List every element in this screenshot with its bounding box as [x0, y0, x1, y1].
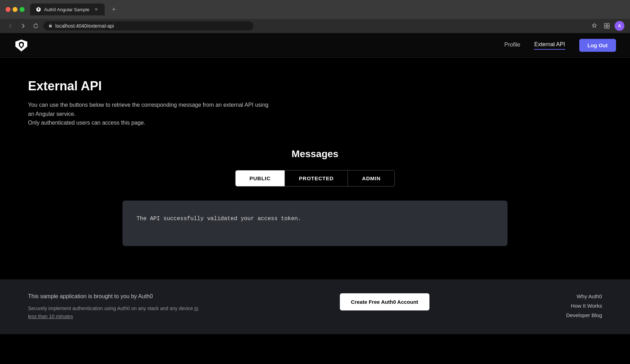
app-logo[interactable] — [14, 38, 29, 53]
app-nav-links: Profile External API Log Out — [504, 39, 616, 52]
logout-button[interactable]: Log Out — [579, 39, 616, 52]
traffic-lights — [6, 7, 24, 12]
create-account-button[interactable]: Create Free Auth0 Account — [340, 293, 429, 310]
svg-rect-5 — [604, 26, 607, 28]
browser-chrome: Auth0 Angular Sample ✕ + — [0, 0, 630, 33]
protected-api-button[interactable]: PROTECTED — [285, 170, 348, 186]
page-title: External API — [28, 79, 602, 93]
api-response-text: The API successfully validated your acce… — [136, 216, 301, 222]
footer-right: Why Auth0 How It Works Developer Blog — [566, 293, 602, 318]
messages-title: Messages — [292, 148, 338, 160]
public-api-button[interactable]: PUBLIC — [236, 170, 285, 186]
toolbar-actions: A — [589, 21, 624, 31]
minimize-window-button[interactable] — [13, 7, 18, 12]
svg-rect-6 — [607, 26, 609, 28]
browser-titlebar: Auth0 Angular Sample ✕ + — [0, 0, 630, 19]
svg-rect-4 — [607, 23, 609, 26]
footer-center: Create Free Auth0 Account — [340, 293, 429, 310]
api-response-box: The API successfully validated your acce… — [122, 201, 507, 246]
app-wrapper: Profile External API Log Out External AP… — [0, 33, 630, 334]
page-description: You can use the buttons below to retriev… — [28, 100, 273, 127]
external-api-nav-link[interactable]: External API — [534, 41, 565, 50]
new-tab-button[interactable]: + — [109, 5, 119, 14]
profile-nav-link[interactable]: Profile — [504, 42, 520, 49]
admin-api-button[interactable]: ADMIN — [348, 170, 394, 186]
close-window-button[interactable] — [6, 7, 10, 12]
main-content: External API You can use the buttons bel… — [0, 58, 630, 279]
svg-rect-3 — [604, 23, 607, 26]
app-navbar: Profile External API Log Out — [0, 33, 630, 58]
app-footer: This sample application is brought to yo… — [0, 279, 630, 334]
footer-tagline: This sample application is brought to yo… — [28, 293, 203, 300]
messages-section: Messages PUBLIC PROTECTED ADMIN The API … — [28, 148, 602, 246]
footer-left: This sample application is brought to yo… — [28, 293, 203, 320]
close-tab-button[interactable]: ✕ — [93, 7, 99, 12]
description-line2: Only authenticated users can access this… — [28, 120, 145, 126]
description-line1: You can use the buttons below to retriev… — [28, 102, 268, 117]
maximize-window-button[interactable] — [20, 7, 24, 12]
reload-button[interactable] — [31, 21, 41, 31]
back-button[interactable] — [6, 21, 15, 31]
why-auth0-link[interactable]: Why Auth0 — [566, 293, 602, 299]
developer-blog-link[interactable]: Developer Blog — [566, 312, 602, 318]
tab-favicon-icon — [36, 7, 41, 12]
footer-description-text: Securely implement authentication using … — [28, 306, 193, 311]
lock-icon — [48, 23, 52, 29]
how-it-works-link[interactable]: How It Works — [566, 303, 602, 309]
browser-tab[interactable]: Auth0 Angular Sample ✕ — [30, 4, 105, 15]
bookmark-star-icon[interactable] — [589, 21, 599, 31]
browser-toolbar: localhost:4040/external-api A — [0, 19, 630, 33]
forward-button[interactable] — [18, 21, 28, 31]
profile-avatar[interactable]: A — [615, 21, 624, 31]
address-bar[interactable]: localhost:4040/external-api — [43, 21, 253, 30]
svg-rect-2 — [49, 25, 52, 27]
tab-title-label: Auth0 Angular Sample — [44, 7, 89, 12]
url-display: localhost:4040/external-api — [55, 23, 114, 29]
api-button-group: PUBLIC PROTECTED ADMIN — [235, 170, 395, 187]
footer-description: Securely implement authentication using … — [28, 304, 203, 320]
extensions-icon[interactable] — [602, 21, 612, 31]
